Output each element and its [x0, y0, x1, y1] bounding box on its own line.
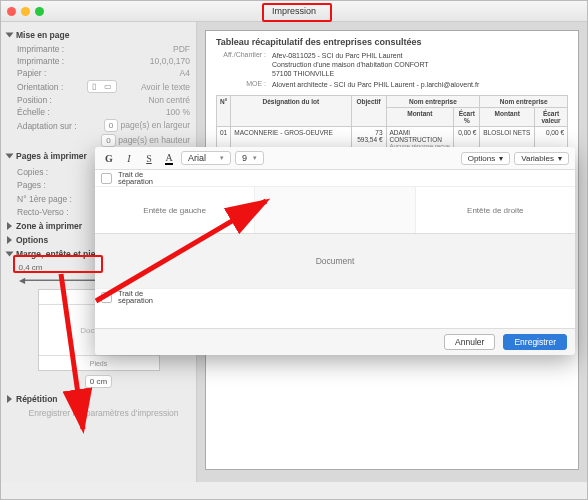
titlebar: Impression — [1, 1, 587, 22]
print-window: Impression Mise en page Imprimante :PDF … — [0, 0, 588, 500]
pages-width-stepper[interactable]: 0 — [104, 119, 118, 132]
cancel-button[interactable]: Annuler — [444, 334, 495, 350]
section-repetition[interactable]: Répétition — [7, 394, 190, 404]
orientation-row[interactable]: Orientation : ▯▭ Avoir le texte — [17, 80, 190, 93]
underline-button[interactable]: S — [141, 150, 157, 166]
options-dropdown[interactable]: Options▾ — [461, 152, 511, 165]
checkbox-icon[interactable] — [101, 292, 112, 303]
chevron-down-icon — [6, 154, 14, 159]
header-center-cell[interactable] — [255, 187, 415, 233]
landscape-icon: ▭ — [100, 81, 116, 92]
top-separator-row[interactable]: Trait de séparation — [95, 170, 575, 187]
header-footer-dialog: G I S A Arial▾ 9▾ Options▾ Variables▾ Tr… — [95, 147, 575, 355]
italic-button[interactable]: I — [121, 150, 137, 166]
checkbox-icon[interactable] — [101, 173, 112, 184]
zoom-icon[interactable] — [35, 7, 44, 16]
font-select[interactable]: Arial▾ — [181, 151, 231, 165]
font-size-select[interactable]: 9▾ — [235, 151, 264, 165]
chevron-down-icon — [6, 252, 14, 257]
document-placeholder: Document — [95, 234, 575, 288]
save-button[interactable]: Enregistrer — [503, 334, 567, 350]
arrows-icon: ◀━━━━━━━━━━━━━━▶ — [19, 276, 101, 285]
chevron-down-icon: ▾ — [220, 154, 224, 162]
report-title: Tableau récapitulatif des entreprises co… — [216, 37, 568, 47]
chevron-right-icon — [7, 222, 12, 230]
thumb-footer[interactable]: Pieds — [39, 355, 159, 370]
save-params-button[interactable]: Enregistrer les paramètres d'impression — [17, 408, 190, 418]
bold-button[interactable]: G — [101, 150, 117, 166]
chevron-down-icon — [6, 33, 14, 38]
orientation-toggle[interactable]: ▯▭ — [87, 80, 117, 93]
minimize-icon[interactable] — [21, 7, 30, 16]
chevron-right-icon — [7, 236, 12, 244]
traffic-lights — [7, 7, 44, 16]
variables-dropdown[interactable]: Variables▾ — [514, 152, 569, 165]
text-color-button[interactable]: A — [161, 150, 177, 166]
window-title: Impression — [272, 6, 316, 16]
portrait-icon: ▯ — [88, 81, 100, 92]
chevron-down-icon: ▾ — [558, 154, 562, 163]
chevron-down-icon: ▾ — [253, 154, 257, 162]
bottom-separator-row[interactable]: Trait de séparation — [95, 288, 575, 305]
chevron-right-icon — [7, 395, 12, 403]
header-left-cell[interactable]: Entête de gauche — [95, 187, 255, 233]
format-toolbar: G I S A Arial▾ 9▾ Options▾ Variables▾ — [95, 147, 575, 170]
close-icon[interactable] — [7, 7, 16, 16]
pages-height-stepper[interactable]: 0 — [101, 134, 115, 147]
footer-stepper[interactable]: 0 cm — [85, 375, 112, 388]
section-mise-en-page[interactable]: Mise en page — [7, 30, 190, 40]
chantier-lines: Afev-0811025 - SCI du Parc PHIL LaurentC… — [272, 51, 429, 78]
header-right-cell[interactable]: Entête de droite — [416, 187, 575, 233]
chevron-down-icon: ▾ — [499, 154, 503, 163]
